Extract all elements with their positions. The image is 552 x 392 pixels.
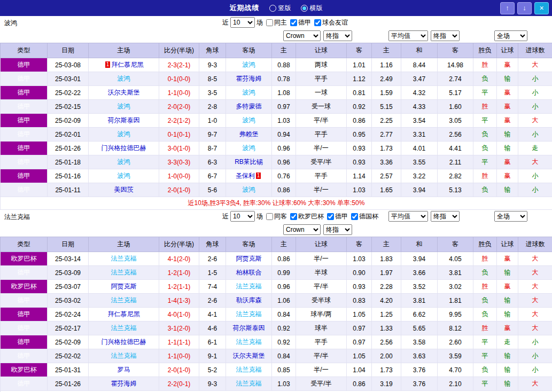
checkbox-球会友谊[interactable] [314, 19, 321, 26]
checkbox-同客[interactable] [266, 213, 273, 220]
team-link[interactable]: 波鸿 [118, 130, 130, 138]
team-link[interactable]: 法兰克福 [236, 310, 262, 318]
team-link[interactable]: 波鸿 [243, 89, 255, 96]
checkbox-德甲[interactable] [290, 19, 297, 26]
team-link[interactable]: 美因茨 [114, 186, 134, 193]
final-odds-select[interactable]: 终指 [323, 30, 352, 41]
filter-球会友谊[interactable]: 球会友谊 [314, 18, 348, 27]
league-cell: 德甲 [1, 183, 48, 197]
team-link[interactable]: 霍芬海姆 [111, 380, 137, 387]
ah-away-odds: 0.83 [347, 294, 372, 308]
team-link[interactable]: 波鸿 [243, 116, 255, 124]
team-link[interactable]: 阿贾克斯 [111, 283, 137, 290]
goals-result-cell: 大 [518, 294, 552, 308]
result-cell: 负 [473, 72, 497, 86]
team-link[interactable]: 拜仁慕尼黑 [111, 61, 143, 68]
team-link[interactable]: 法兰克福 [111, 324, 137, 332]
team-link[interactable]: 沃尔夫斯堡 [108, 89, 140, 96]
match-row: 德甲25-02-01波鸿0-1(0-1)9-7弗赖堡0.94平手0.952.77… [1, 128, 552, 142]
result-cell: 负 [473, 183, 497, 197]
team-link[interactable]: 波鸿 [118, 158, 130, 166]
date-cell: 25-02-22 [48, 86, 89, 100]
odds-company-select[interactable]: Crown [283, 224, 321, 235]
layout-radio-horizontal[interactable]: 横版 [301, 4, 323, 13]
team-link[interactable]: 法兰克福 [111, 255, 137, 262]
games-count-select[interactable]: 10 [230, 211, 255, 222]
col-league: 类型 [1, 237, 48, 252]
ah-away-odds: 1.04 [347, 363, 372, 377]
section-header: 波鸿 近 10 场 同主德甲球会友谊 [0, 16, 552, 29]
filter-同主[interactable]: 同主 [266, 18, 287, 27]
result-cell: 平 [473, 335, 497, 349]
close-button[interactable]: × [534, 2, 549, 14]
team-link[interactable]: 法兰克福 [236, 338, 262, 346]
match-row: 欧罗巴杯25-03-14法兰克福4-1(2-0)2-6阿贾克斯0.86半/一1.… [1, 252, 552, 266]
eu-draw-odds: 3.94 [401, 252, 438, 266]
team-link[interactable]: 多特蒙德 [236, 103, 262, 110]
team-link[interactable]: 波鸿 [243, 144, 255, 152]
eu-away-odds: 3.05 [438, 114, 473, 128]
ah-home-odds: 0.96 [272, 142, 296, 155]
checkbox-欧罗巴杯[interactable] [290, 213, 297, 220]
team-link[interactable]: 波鸿 [118, 103, 130, 110]
team-link[interactable]: 门兴格拉德巴赫 [102, 338, 146, 346]
home-team-cell: 法兰克福 [89, 322, 159, 335]
checkbox-同主[interactable] [266, 19, 273, 26]
team-link[interactable]: 法兰克福 [236, 283, 262, 290]
ah-away-odds: 0.97 [347, 335, 372, 349]
team-link[interactable]: 波鸿 [243, 61, 255, 68]
filter-同客[interactable]: 同客 [266, 212, 287, 221]
average-odds-select[interactable]: 平均值 [388, 30, 428, 41]
team-link[interactable]: 荷尔斯泰因 [108, 116, 140, 124]
checkbox-德甲[interactable] [327, 213, 334, 220]
league-cell: 欧罗巴杯 [1, 252, 48, 266]
games-count-select[interactable]: 10 [230, 17, 255, 28]
checkbox-德国杯[interactable] [351, 213, 358, 220]
team-link[interactable]: 荷尔斯泰因 [233, 324, 265, 332]
result-cell: 负 [473, 363, 497, 377]
filter-欧罗巴杯[interactable]: 欧罗巴杯 [290, 212, 324, 221]
final-odds-select[interactable]: 终指 [323, 224, 352, 235]
team-link[interactable]: 波鸿 [243, 186, 255, 193]
team-link[interactable]: 法兰克福 [111, 296, 137, 304]
date-cell: 25-03-14 [48, 252, 89, 266]
team-link[interactable]: 圣保利 [236, 172, 255, 179]
layout-radio-vertical[interactable]: 竖版 [269, 4, 291, 13]
score-cell: 1-4(1-3) [159, 294, 199, 308]
team-link[interactable]: 波鸿 [118, 75, 130, 82]
team-link[interactable]: 法兰克福 [111, 352, 137, 359]
final-odds-select[interactable]: 终指 [431, 211, 460, 222]
corner-cell: 9-7 [199, 128, 226, 142]
team-link[interactable]: 弗赖堡 [239, 130, 259, 138]
team-link[interactable]: 柏林联合 [236, 269, 262, 276]
col-away: 客场 [226, 43, 272, 58]
average-odds-select[interactable]: 平均值 [388, 211, 428, 222]
team-link[interactable]: 勒沃库森 [236, 296, 262, 304]
goals-result-cell: 小 [518, 72, 552, 86]
team-link[interactable]: 法兰克福 [236, 366, 262, 373]
goals-result-cell: 小 [518, 335, 552, 349]
move-up-button[interactable]: ↑ [500, 2, 515, 14]
filter-德甲[interactable]: 德甲 [290, 18, 311, 27]
team-link[interactable]: 法兰克福 [236, 380, 262, 387]
team-link[interactable]: RB莱比锡 [235, 158, 263, 166]
team-link[interactable]: 阿贾克斯 [236, 255, 262, 262]
league-cell: 德甲 [1, 86, 48, 100]
handicap-cell: 两球 [296, 58, 347, 72]
odds-company-select[interactable]: Crown [283, 30, 321, 41]
team-link[interactable]: 沃尔夫斯堡 [233, 352, 265, 359]
team-link[interactable]: 霍芬海姆 [236, 75, 262, 82]
final-odds-select[interactable]: 终指 [431, 30, 460, 41]
col-result: 胜负 [473, 43, 497, 58]
match-scope-select[interactable]: 全场 [494, 211, 527, 222]
team-link[interactable]: 拜仁慕尼黑 [108, 310, 140, 318]
filter-德甲[interactable]: 德甲 [327, 212, 348, 221]
filter-德国杯[interactable]: 德国杯 [351, 212, 378, 221]
match-scope-select[interactable]: 全场 [494, 30, 527, 41]
ah-home-odds: 0.86 [272, 252, 296, 266]
team-link[interactable]: 门兴格拉德巴赫 [102, 144, 146, 152]
move-down-button[interactable]: ↓ [517, 2, 532, 14]
team-link[interactable]: 罗马 [118, 366, 130, 373]
team-link[interactable]: 波鸿 [118, 172, 130, 179]
team-link[interactable]: 法兰克福 [111, 269, 137, 276]
